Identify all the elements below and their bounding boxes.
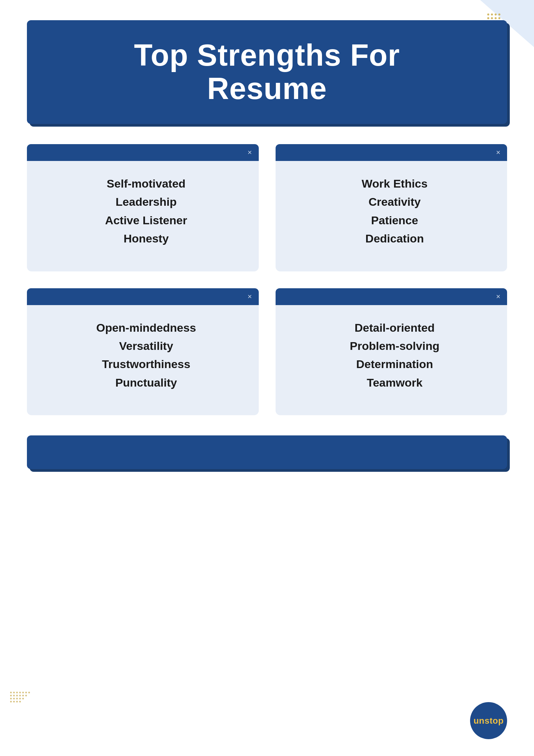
- card-4-item-1: Detail-oriented: [292, 319, 497, 337]
- card-4-item-4: Teamwork: [292, 373, 497, 392]
- card-1-item-4: Honesty: [44, 229, 249, 248]
- page-content: Top Strengths For Resume × Self-motivate…: [0, 0, 534, 513]
- header-banner: Top Strengths For Resume: [27, 20, 507, 124]
- card-4-item-3: Determination: [292, 355, 497, 373]
- unstop-circle: unstop: [470, 702, 507, 739]
- deco-dots-bottom-left: [10, 692, 30, 704]
- card-2-item-2: Creativity: [292, 193, 497, 211]
- card-2: × Work Ethics Creativity Patience Dedica…: [276, 144, 507, 271]
- card-2-item-1: Work Ethics: [292, 174, 497, 193]
- card-1: × Self-motivated Leadership Active Liste…: [27, 144, 259, 271]
- card-1-item-1: Self-motivated: [44, 174, 249, 193]
- page-title: Top Strengths For Resume: [47, 39, 487, 105]
- card-1-item-2: Leadership: [44, 193, 249, 211]
- card-3-item-4: Punctuality: [44, 373, 249, 392]
- card-3: × Open-mindedness Versatility Trustworth…: [27, 288, 259, 416]
- unstop-logo: unstop: [470, 702, 507, 739]
- card-3-body: Open-mindedness Versatility Trustworthin…: [27, 305, 259, 402]
- card-2-close[interactable]: ×: [496, 149, 500, 156]
- card-3-item-1: Open-mindedness: [44, 319, 249, 337]
- card-2-body: Work Ethics Creativity Patience Dedicati…: [276, 161, 507, 258]
- card-2-item-4: Dedication: [292, 229, 497, 248]
- card-4-body: Detail-oriented Problem-solving Determin…: [276, 305, 507, 402]
- cards-grid: × Self-motivated Leadership Active Liste…: [27, 144, 507, 415]
- card-3-item-2: Versatility: [44, 337, 249, 355]
- card-1-close[interactable]: ×: [248, 149, 252, 156]
- card-3-close[interactable]: ×: [248, 293, 252, 300]
- card-2-item-3: Patience: [292, 211, 497, 229]
- card-4-header: ×: [276, 288, 507, 305]
- card-4-close[interactable]: ×: [496, 293, 500, 300]
- card-4: × Detail-oriented Problem-solving Determ…: [276, 288, 507, 416]
- unstop-text: unstop: [473, 716, 504, 726]
- card-4-item-2: Problem-solving: [292, 337, 497, 355]
- card-3-header: ×: [27, 288, 259, 305]
- card-1-body: Self-motivated Leadership Active Listene…: [27, 161, 259, 258]
- card-1-item-3: Active Listener: [44, 211, 249, 229]
- card-3-item-3: Trustworthiness: [44, 355, 249, 373]
- footer-banner: [27, 435, 507, 469]
- card-1-header: ×: [27, 144, 259, 161]
- card-2-header: ×: [276, 144, 507, 161]
